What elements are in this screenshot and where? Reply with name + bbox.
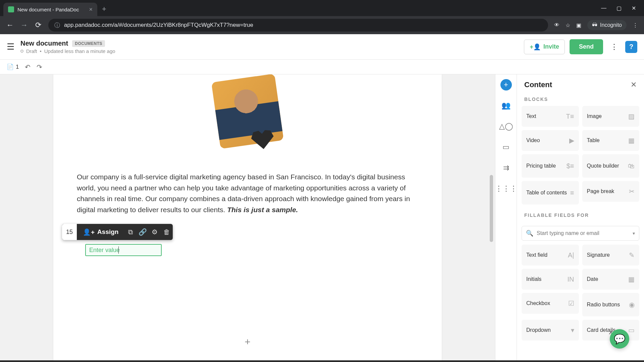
content-tab-icon[interactable]: + [500,79,512,90]
address-bar: ← → ⟳ ⓘ app.pandadoc.com/a/#/documents/2… [0,16,644,34]
help-button[interactable]: ? [625,41,637,53]
site-info-icon[interactable]: ⓘ [54,21,60,29]
url-input[interactable]: ⓘ app.pandadoc.com/a/#/documents/2UzYiBK… [48,19,548,32]
recipients-tab-icon[interactable]: 👥 [500,100,512,111]
recipient-input[interactable] [537,230,629,236]
block-text[interactable]: TextT≡ [522,106,579,127]
break-icon: ✂ [629,187,635,195]
block-toc[interactable]: Table of contents≡ [522,181,579,204]
dropdown-icon: ▾ [571,326,574,334]
invite-button[interactable]: +👤 Invite [524,40,565,54]
status-state: Draft [26,48,37,54]
text-icon: T≡ [566,113,574,120]
forward-button[interactable]: → [20,21,28,29]
field-signature[interactable]: Signature✎ [582,245,640,265]
text-field-input[interactable]: Enter value [85,244,162,256]
reload-button[interactable]: ⟳ [34,21,42,29]
blocks-section-label: BLOCKS [517,93,644,106]
settings-icon[interactable]: ⚙ [149,224,161,240]
block-table[interactable]: Table▦ [582,130,640,151]
body-paragraph[interactable]: Our company is a full-service digital ma… [53,158,442,222]
textfield-icon: A| [568,251,574,259]
window-controls: ― ▢ ✕ [601,5,644,11]
signature-icon: ✎ [629,251,635,259]
browser-menu-icon[interactable]: ⋮ [633,22,638,28]
apps-tab-icon[interactable]: ⋮⋮⋮ [500,183,512,194]
close-window-icon[interactable]: ✕ [632,5,636,11]
duplicate-icon[interactable]: ⧉ [124,224,137,240]
font-size-input[interactable]: 15 [62,224,77,240]
content-panel: Content ✕ BLOCKS TextT≡ Image▨ Video▶ Ta… [517,74,644,362]
undo-button[interactable]: ↶ [25,63,31,71]
favicon-icon [8,6,14,12]
assign-button[interactable]: 👤+ Assign [77,228,124,236]
blocks-grid: TextT≡ Image▨ Video▶ Table▦ Pricing tabl… [517,106,644,204]
send-button[interactable]: Send [570,39,603,54]
minimize-icon[interactable]: ― [601,5,606,11]
add-block-button[interactable]: + [241,336,254,348]
more-actions-icon[interactable]: ⋮ [608,43,621,51]
assign-label: Assign [97,228,118,236]
block-pricing-table[interactable]: Pricing table$≡ [522,154,579,178]
tab-title: New document - PandaDoc [17,7,79,12]
layout-tab-icon[interactable]: ▭ [500,141,512,153]
block-quote-builder[interactable]: Quote builder🛍 [582,154,640,178]
fields-grid: Text fieldA| Signature✎ InitialsIN Date▦… [517,245,644,341]
bookmark-icon[interactable]: ☆ [566,22,570,28]
url-text: app.pandadoc.com/a/#/documents/2UzYiBKr8… [64,22,253,28]
radio-icon: ◉ [629,301,635,309]
checkbox-icon: ☑ [568,299,574,307]
close-panel-icon[interactable]: ✕ [631,80,637,89]
workflow-tab-icon[interactable]: ⇉ [500,162,512,174]
date-icon: ▦ [628,275,635,283]
sample-text: This is just a sample. [227,206,298,214]
content-panel-title: Content [524,80,552,89]
close-tab-icon[interactable]: × [89,6,93,13]
recipient-search[interactable]: 🔍 ▾ [522,226,639,241]
eye-off-icon[interactable]: 👁 [554,22,559,28]
scrollbar-thumb[interactable] [490,175,493,242]
page-count[interactable]: 📄 1 [7,63,19,70]
pricing-icon: $≡ [567,162,574,170]
document-page[interactable]: Our company is a full-service digital ma… [53,74,442,362]
browser-tab[interactable]: New document - PandaDoc × [3,3,97,16]
panel-icon[interactable]: ▣ [576,22,581,28]
quote-icon: 🛍 [628,162,635,170]
taskbar [0,360,644,362]
redo-button[interactable]: ↷ [37,63,42,71]
block-image[interactable]: Image▨ [582,106,640,127]
block-page-break[interactable]: Page break✂ [582,181,640,202]
menu-icon[interactable]: ☰ [7,42,14,52]
field-checkbox[interactable]: Checkbox☑ [522,293,579,314]
back-button[interactable]: ← [6,21,14,29]
field-text[interactable]: Text fieldA| [522,245,579,265]
table-icon: ▦ [628,136,635,144]
maximize-icon[interactable]: ▢ [616,5,622,11]
field-dropdown[interactable]: Dropdown▾ [522,320,579,341]
block-video[interactable]: Video▶ [522,130,579,151]
chat-button[interactable]: 💬 [610,329,629,349]
field-date[interactable]: Date▦ [582,269,640,290]
text-caret [118,246,119,254]
variables-tab-icon[interactable]: △◯ [500,121,512,132]
document-badge: DOCUMENTS [72,40,105,47]
field-initials[interactable]: InitialsIN [522,269,579,290]
delete-icon[interactable]: 🗑 [161,224,173,240]
right-rail: + 👥 △◯ ▭ ⇉ ⋮⋮⋮ [495,74,517,362]
canvas-area[interactable]: Our company is a full-service digital ma… [0,74,495,362]
field-toolbar: 15 👤+ Assign ⧉ 🔗 ⚙ 🗑 [62,224,173,240]
browser-tab-bar: New document - PandaDoc × + ― ▢ ✕ [0,0,644,16]
search-icon: 🔍 [526,230,533,237]
incognito-indicator[interactable]: 🕶 Incognito [587,20,627,30]
field-radio[interactable]: Radio buttons◉ [582,293,640,316]
volunteer-photo [211,74,284,149]
video-icon: ▶ [569,136,574,144]
chevron-down-icon[interactable]: ▾ [633,231,635,236]
content-panel-header: Content ✕ [517,74,644,93]
image-icon: ▨ [628,112,635,120]
link-icon[interactable]: 🔗 [137,224,149,240]
invite-icon: +👤 [530,43,541,51]
document-title[interactable]: New document [20,40,68,47]
new-tab-button[interactable]: + [102,5,106,13]
field-placeholder: Enter value [89,247,120,254]
